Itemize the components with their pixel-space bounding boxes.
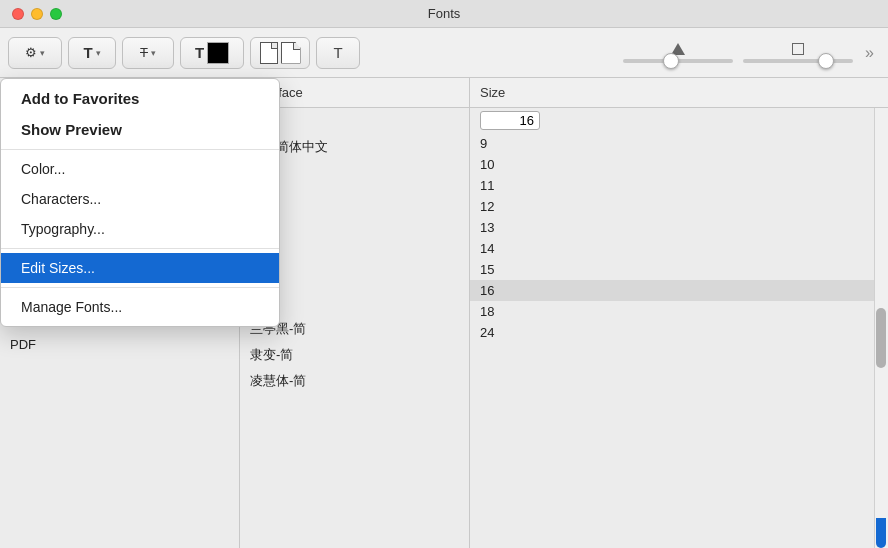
size-item[interactable]: 24 [470,322,888,343]
maximize-button[interactable] [50,8,62,20]
gear-icon: ⚙ [25,45,37,60]
color-swatch [207,42,229,64]
chevron-down-icon-2: ▾ [96,48,101,58]
slider-section [623,43,853,63]
size-header-label: Size [480,85,505,100]
text-icon-2: T [195,44,204,61]
menu-separator-1 [1,149,279,150]
menu-item-characters[interactable]: Characters... [1,184,279,214]
font-style-button-1[interactable]: T ▾ [68,37,116,69]
slider-group-1 [623,43,733,63]
title-bar: Fonts [0,0,888,28]
menu-item-add-favorites[interactable]: Add to Favorites [1,83,279,114]
size-item[interactable]: 9 [470,133,888,154]
size-item[interactable]: 13 [470,217,888,238]
text-color-button[interactable]: T [180,37,244,69]
list-item[interactable]: PDF [0,333,239,356]
gear-button[interactable]: ⚙ ▾ [8,37,62,69]
window-title: Fonts [428,6,461,21]
size-item[interactable]: 12 [470,196,888,217]
size-list[interactable]: 9 10 11 12 13 14 15 16 18 24 [470,108,888,548]
size-input[interactable] [480,111,540,130]
size-scrollbar[interactable] [874,108,888,548]
chevron-down-icon-3: ▾ [151,48,156,58]
chevron-down-icon: ▾ [40,48,45,58]
document-button-1[interactable] [250,37,310,69]
menu-item-show-preview[interactable]: Show Preview [1,114,279,145]
size-input-row[interactable] [470,108,888,133]
document-icon [260,42,278,64]
dropdown-menu: Add to Favorites Show Preview Color... C… [0,78,280,327]
size-column: 9 10 11 12 13 14 15 16 18 24 [470,108,888,548]
text-icon-3: T [333,44,342,61]
col-size-header: Size [470,78,888,107]
toolbar: ⚙ ▾ T ▾ T ▾ T T [0,28,888,78]
main-area: Family Typeface Size A... 简... P... R...… [0,78,888,548]
list-item[interactable]: 隶变-简 [240,342,469,368]
menu-item-manage-fonts[interactable]: Manage Fonts... [1,292,279,322]
slider-track-1[interactable] [623,59,733,63]
size-item[interactable]: 10 [470,154,888,175]
text-button-3[interactable]: T [316,37,360,69]
text-strikethrough-icon: T [140,45,148,60]
menu-separator-2 [1,248,279,249]
minimize-button[interactable] [31,8,43,20]
menu-item-color[interactable]: Color... [1,154,279,184]
document-angled-icon [281,42,301,64]
scrollbar-track [876,108,886,548]
size-item[interactable]: 14 [470,238,888,259]
menu-item-typography[interactable]: Typography... [1,214,279,244]
menu-separator-3 [1,287,279,288]
rect-icon [792,43,804,55]
size-item[interactable]: 18 [470,301,888,322]
slider-track-2[interactable] [743,59,853,63]
list-item[interactable]: 凌慧体-简 [240,368,469,394]
close-button[interactable] [12,8,24,20]
slider-thumb-2[interactable] [818,53,834,69]
menu-item-edit-sizes[interactable]: Edit Sizes... [1,253,279,283]
slider-thumb-1[interactable] [663,53,679,69]
text-icon: T [83,44,92,61]
size-item[interactable]: 15 [470,259,888,280]
scrollbar-end-marker [876,518,886,548]
slider-group-2 [743,43,853,63]
font-style-button-2[interactable]: T ▾ [122,37,174,69]
size-item[interactable]: 11 [470,175,888,196]
traffic-lights [12,8,62,20]
size-item-selected[interactable]: 16 [470,280,888,301]
scrollbar-thumb[interactable] [876,308,886,368]
toolbar-more-button[interactable]: » [859,44,880,62]
